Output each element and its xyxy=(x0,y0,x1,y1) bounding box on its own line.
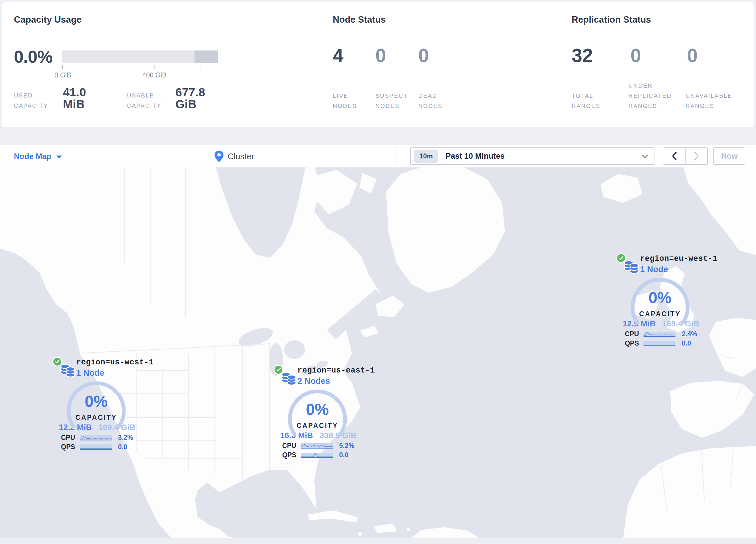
qps-value: 0.0 xyxy=(682,340,691,347)
usable-capacity-label: USABLE CAPACITY xyxy=(127,90,170,111)
capacity-axis-tick-0: 0 GiB xyxy=(54,71,71,79)
capacity-usage-section: Capacity Usage 0.0% 0 GiB 400 GiB USED C… xyxy=(14,2,228,127)
time-step-back-button[interactable] xyxy=(663,148,685,164)
capacity-axis-tick-400: 400 GiB xyxy=(142,71,166,79)
qps-label: QPS xyxy=(48,443,75,451)
under-replicated-count: 0 xyxy=(630,46,641,65)
qps-metric-row: QPS 0.0 xyxy=(270,451,365,459)
node-status-section: Node Status 4 0 0 LIVE NODES SUSPECT NOD… xyxy=(333,2,495,127)
usable-capacity-value: 677.8 GiB xyxy=(175,86,228,111)
time-step-forward-button[interactable] xyxy=(685,148,707,164)
live-nodes-count: 4 xyxy=(333,46,344,65)
map-toolbar: Node Map Cluster 10m Past 10 Minutes Now xyxy=(0,145,756,168)
cpu-metric-row: CPU 2.4% xyxy=(612,330,708,338)
database-nodes-icon xyxy=(624,259,639,274)
region-label: region=us-east-1 xyxy=(297,366,375,375)
gauge-percent: 0% xyxy=(628,290,692,306)
cpu-sparkline xyxy=(301,443,333,449)
cpu-sparkline xyxy=(80,435,112,440)
database-nodes-icon xyxy=(281,371,297,386)
breadcrumb-label: Cluster xyxy=(228,152,254,161)
qps-sparkline xyxy=(644,340,675,346)
replication-status-title: Replication Status xyxy=(572,14,746,25)
cpu-value: 5.2% xyxy=(339,442,354,450)
cpu-value: 2.4% xyxy=(682,330,697,338)
database-nodes-icon xyxy=(60,363,76,378)
gauge-capacity-label: CAPACITY xyxy=(286,422,349,430)
time-range-selector[interactable]: 10m Past 10 Minutes xyxy=(410,147,655,165)
time-step-buttons xyxy=(663,147,708,165)
qps-sparkline xyxy=(301,452,333,458)
under-replicated-label: UNDER-REPLICATED RANGES xyxy=(628,81,680,111)
region-marker-eu-west-1[interactable]: region=eu-west-1 1 Node 0% CAPACITY 12.5… xyxy=(612,253,708,347)
qps-metric-row: QPS 0.0 xyxy=(612,340,708,347)
region-node-count[interactable]: 1 Node xyxy=(640,264,717,274)
qps-value: 0.0 xyxy=(118,443,127,451)
breadcrumb[interactable]: Cluster xyxy=(215,145,254,167)
qps-sparkline xyxy=(80,444,112,450)
cluster-summary-panel: Capacity Usage 0.0% 0 GiB 400 GiB USED C… xyxy=(2,2,754,127)
used-capacity-value: 41.0 MiB xyxy=(63,86,110,111)
location-pin-icon xyxy=(215,150,223,162)
cpu-metric-row: CPU 3.2% xyxy=(48,434,144,441)
world-map xyxy=(0,167,756,538)
capacity-used-percent: 0.0% xyxy=(14,49,52,65)
chevron-down-icon xyxy=(642,154,648,158)
cpu-value: 3.2% xyxy=(118,434,133,442)
toolbar-divider xyxy=(397,147,397,166)
gauge-percent: 0% xyxy=(64,394,128,409)
used-capacity-label: USED CAPACITY xyxy=(14,90,57,111)
total-ranges-label: TOTAL RANGES xyxy=(572,91,609,111)
view-selector-dropdown[interactable]: Node Map xyxy=(14,145,62,167)
region-node-count[interactable]: 2 Nodes xyxy=(297,376,375,386)
live-nodes-label: LIVE NODES xyxy=(333,91,362,111)
replication-status-section: Replication Status 32 0 0 TOTAL RANGES U… xyxy=(572,2,746,127)
cpu-label: CPU xyxy=(270,442,296,450)
cpu-sparkline xyxy=(644,331,675,337)
node-status-title: Node Status xyxy=(333,14,495,25)
capacity-gauge: 0% CAPACITY xyxy=(628,278,692,326)
cpu-label: CPU xyxy=(612,330,639,338)
chevron-left-icon xyxy=(672,152,677,160)
qps-value: 0.0 xyxy=(339,451,348,459)
gauge-capacity-label: CAPACITY xyxy=(628,310,692,318)
unavailable-ranges-count: 0 xyxy=(687,46,698,65)
time-range-label: Past 10 Minutes xyxy=(446,152,505,161)
region-marker-us-west-1[interactable]: region=us-west-1 1 Node 0% CAPACITY 12.2… xyxy=(48,357,144,451)
chevron-down-icon xyxy=(57,155,62,159)
unavailable-ranges-label: UNAVAILABLE RANGES xyxy=(686,91,736,111)
region-node-count[interactable]: 1 Node xyxy=(76,368,154,378)
time-range-badge: 10m xyxy=(414,150,438,163)
gauge-percent: 0% xyxy=(286,402,349,418)
dead-nodes-count: 0 xyxy=(418,46,429,65)
qps-metric-row: QPS 0.0 xyxy=(48,443,144,451)
qps-label: QPS xyxy=(270,451,296,459)
dead-nodes-label: DEAD NODES xyxy=(418,91,447,111)
capacity-bar-chart: 0 GiB 400 GiB xyxy=(62,50,218,82)
capacity-usage-title: Capacity Usage xyxy=(14,14,228,25)
qps-label: QPS xyxy=(612,340,639,347)
view-selector-label: Node Map xyxy=(14,152,51,161)
cpu-metric-row: CPU 5.2% xyxy=(270,442,365,449)
now-button[interactable]: Now xyxy=(713,147,745,165)
cpu-label: CPU xyxy=(48,434,75,442)
capacity-bar-reserved-segment xyxy=(195,50,218,63)
region-marker-us-east-1[interactable]: region=us-east-1 2 Nodes 0% CAPACITY 16.… xyxy=(270,365,365,459)
total-ranges-count: 32 xyxy=(572,46,593,65)
node-map: region=us-west-1 1 Node 0% CAPACITY 12.2… xyxy=(0,167,756,538)
region-label: region=us-west-1 xyxy=(76,358,154,367)
region-label: region=eu-west-1 xyxy=(640,254,717,263)
chevron-right-icon xyxy=(694,152,699,160)
capacity-gauge: 0% CAPACITY xyxy=(286,389,349,437)
suspect-nodes-label: SUSPECT NODES xyxy=(375,91,409,111)
suspect-nodes-count: 0 xyxy=(375,46,386,65)
gauge-capacity-label: CAPACITY xyxy=(64,414,128,422)
capacity-gauge: 0% CAPACITY xyxy=(64,381,128,429)
